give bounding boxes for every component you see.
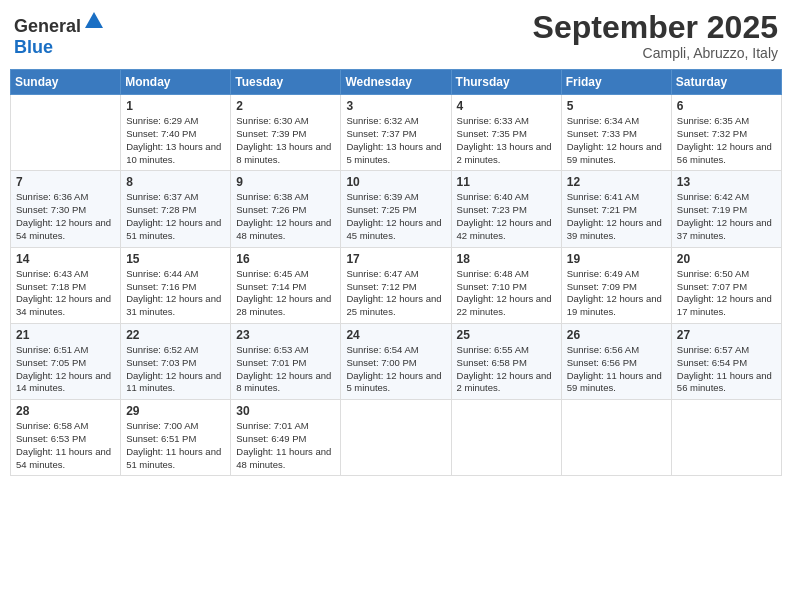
calendar-cell: 30Sunrise: 7:01 AM Sunset: 6:49 PM Dayli… <box>231 400 341 476</box>
calendar-cell: 3Sunrise: 6:32 AM Sunset: 7:37 PM Daylig… <box>341 95 451 171</box>
day-info: Sunrise: 6:51 AM Sunset: 7:05 PM Dayligh… <box>16 344 115 395</box>
calendar-cell: 17Sunrise: 6:47 AM Sunset: 7:12 PM Dayli… <box>341 247 451 323</box>
calendar-cell: 24Sunrise: 6:54 AM Sunset: 7:00 PM Dayli… <box>341 323 451 399</box>
day-info: Sunrise: 6:32 AM Sunset: 7:37 PM Dayligh… <box>346 115 445 166</box>
calendar-cell: 8Sunrise: 6:37 AM Sunset: 7:28 PM Daylig… <box>121 171 231 247</box>
day-info: Sunrise: 6:29 AM Sunset: 7:40 PM Dayligh… <box>126 115 225 166</box>
calendar-cell <box>11 95 121 171</box>
day-number: 13 <box>677 175 776 189</box>
calendar-table: SundayMondayTuesdayWednesdayThursdayFrid… <box>10 69 782 476</box>
calendar-cell <box>561 400 671 476</box>
calendar-week-row: 28Sunrise: 6:58 AM Sunset: 6:53 PM Dayli… <box>11 400 782 476</box>
day-info: Sunrise: 6:37 AM Sunset: 7:28 PM Dayligh… <box>126 191 225 242</box>
page-header: General Blue September 2025 Campli, Abru… <box>10 10 782 61</box>
calendar-cell: 16Sunrise: 6:45 AM Sunset: 7:14 PM Dayli… <box>231 247 341 323</box>
calendar-cell: 4Sunrise: 6:33 AM Sunset: 7:35 PM Daylig… <box>451 95 561 171</box>
day-of-week-header: Wednesday <box>341 70 451 95</box>
day-info: Sunrise: 7:00 AM Sunset: 6:51 PM Dayligh… <box>126 420 225 471</box>
calendar-cell: 25Sunrise: 6:55 AM Sunset: 6:58 PM Dayli… <box>451 323 561 399</box>
day-info: Sunrise: 6:36 AM Sunset: 7:30 PM Dayligh… <box>16 191 115 242</box>
day-info: Sunrise: 6:55 AM Sunset: 6:58 PM Dayligh… <box>457 344 556 395</box>
day-info: Sunrise: 6:30 AM Sunset: 7:39 PM Dayligh… <box>236 115 335 166</box>
day-number: 2 <box>236 99 335 113</box>
day-number: 11 <box>457 175 556 189</box>
location-subtitle: Campli, Abruzzo, Italy <box>533 45 778 61</box>
day-number: 4 <box>457 99 556 113</box>
logo-text: General Blue <box>14 10 105 58</box>
day-number: 17 <box>346 252 445 266</box>
day-info: Sunrise: 6:45 AM Sunset: 7:14 PM Dayligh… <box>236 268 335 319</box>
calendar-cell: 27Sunrise: 6:57 AM Sunset: 6:54 PM Dayli… <box>671 323 781 399</box>
day-number: 16 <box>236 252 335 266</box>
day-number: 24 <box>346 328 445 342</box>
day-number: 27 <box>677 328 776 342</box>
day-number: 18 <box>457 252 556 266</box>
calendar-header-row: SundayMondayTuesdayWednesdayThursdayFrid… <box>11 70 782 95</box>
day-number: 26 <box>567 328 666 342</box>
calendar-cell: 1Sunrise: 6:29 AM Sunset: 7:40 PM Daylig… <box>121 95 231 171</box>
day-of-week-header: Saturday <box>671 70 781 95</box>
day-info: Sunrise: 6:34 AM Sunset: 7:33 PM Dayligh… <box>567 115 666 166</box>
calendar-cell: 13Sunrise: 6:42 AM Sunset: 7:19 PM Dayli… <box>671 171 781 247</box>
day-info: Sunrise: 6:57 AM Sunset: 6:54 PM Dayligh… <box>677 344 776 395</box>
month-title: September 2025 <box>533 10 778 45</box>
day-info: Sunrise: 6:56 AM Sunset: 6:56 PM Dayligh… <box>567 344 666 395</box>
calendar-week-row: 21Sunrise: 6:51 AM Sunset: 7:05 PM Dayli… <box>11 323 782 399</box>
day-info: Sunrise: 6:33 AM Sunset: 7:35 PM Dayligh… <box>457 115 556 166</box>
calendar-cell: 18Sunrise: 6:48 AM Sunset: 7:10 PM Dayli… <box>451 247 561 323</box>
calendar-cell: 20Sunrise: 6:50 AM Sunset: 7:07 PM Dayli… <box>671 247 781 323</box>
day-number: 22 <box>126 328 225 342</box>
calendar-cell <box>341 400 451 476</box>
day-number: 7 <box>16 175 115 189</box>
day-info: Sunrise: 6:35 AM Sunset: 7:32 PM Dayligh… <box>677 115 776 166</box>
calendar-cell: 21Sunrise: 6:51 AM Sunset: 7:05 PM Dayli… <box>11 323 121 399</box>
calendar-cell: 10Sunrise: 6:39 AM Sunset: 7:25 PM Dayli… <box>341 171 451 247</box>
day-info: Sunrise: 6:50 AM Sunset: 7:07 PM Dayligh… <box>677 268 776 319</box>
calendar-cell: 6Sunrise: 6:35 AM Sunset: 7:32 PM Daylig… <box>671 95 781 171</box>
calendar-cell: 15Sunrise: 6:44 AM Sunset: 7:16 PM Dayli… <box>121 247 231 323</box>
day-info: Sunrise: 6:47 AM Sunset: 7:12 PM Dayligh… <box>346 268 445 319</box>
day-info: Sunrise: 6:48 AM Sunset: 7:10 PM Dayligh… <box>457 268 556 319</box>
day-number: 21 <box>16 328 115 342</box>
day-info: Sunrise: 7:01 AM Sunset: 6:49 PM Dayligh… <box>236 420 335 471</box>
calendar-cell: 12Sunrise: 6:41 AM Sunset: 7:21 PM Dayli… <box>561 171 671 247</box>
calendar-cell: 26Sunrise: 6:56 AM Sunset: 6:56 PM Dayli… <box>561 323 671 399</box>
logo: General Blue <box>14 10 105 58</box>
day-of-week-header: Friday <box>561 70 671 95</box>
day-number: 14 <box>16 252 115 266</box>
calendar-cell: 23Sunrise: 6:53 AM Sunset: 7:01 PM Dayli… <box>231 323 341 399</box>
day-number: 30 <box>236 404 335 418</box>
day-number: 3 <box>346 99 445 113</box>
calendar-week-row: 1Sunrise: 6:29 AM Sunset: 7:40 PM Daylig… <box>11 95 782 171</box>
calendar-cell: 2Sunrise: 6:30 AM Sunset: 7:39 PM Daylig… <box>231 95 341 171</box>
day-info: Sunrise: 6:42 AM Sunset: 7:19 PM Dayligh… <box>677 191 776 242</box>
day-number: 19 <box>567 252 666 266</box>
calendar-cell: 19Sunrise: 6:49 AM Sunset: 7:09 PM Dayli… <box>561 247 671 323</box>
day-number: 28 <box>16 404 115 418</box>
day-number: 1 <box>126 99 225 113</box>
calendar-cell <box>451 400 561 476</box>
calendar-cell: 9Sunrise: 6:38 AM Sunset: 7:26 PM Daylig… <box>231 171 341 247</box>
day-info: Sunrise: 6:58 AM Sunset: 6:53 PM Dayligh… <box>16 420 115 471</box>
day-info: Sunrise: 6:43 AM Sunset: 7:18 PM Dayligh… <box>16 268 115 319</box>
day-info: Sunrise: 6:38 AM Sunset: 7:26 PM Dayligh… <box>236 191 335 242</box>
calendar-cell: 22Sunrise: 6:52 AM Sunset: 7:03 PM Dayli… <box>121 323 231 399</box>
day-info: Sunrise: 6:44 AM Sunset: 7:16 PM Dayligh… <box>126 268 225 319</box>
day-info: Sunrise: 6:52 AM Sunset: 7:03 PM Dayligh… <box>126 344 225 395</box>
calendar-week-row: 7Sunrise: 6:36 AM Sunset: 7:30 PM Daylig… <box>11 171 782 247</box>
day-number: 20 <box>677 252 776 266</box>
logo-blue: Blue <box>14 37 53 57</box>
calendar-cell: 28Sunrise: 6:58 AM Sunset: 6:53 PM Dayli… <box>11 400 121 476</box>
day-number: 8 <box>126 175 225 189</box>
calendar-cell: 14Sunrise: 6:43 AM Sunset: 7:18 PM Dayli… <box>11 247 121 323</box>
logo-general: General <box>14 16 81 36</box>
day-info: Sunrise: 6:54 AM Sunset: 7:00 PM Dayligh… <box>346 344 445 395</box>
calendar-cell: 5Sunrise: 6:34 AM Sunset: 7:33 PM Daylig… <box>561 95 671 171</box>
day-of-week-header: Sunday <box>11 70 121 95</box>
title-block: September 2025 Campli, Abruzzo, Italy <box>533 10 778 61</box>
calendar-cell: 7Sunrise: 6:36 AM Sunset: 7:30 PM Daylig… <box>11 171 121 247</box>
day-number: 5 <box>567 99 666 113</box>
day-number: 12 <box>567 175 666 189</box>
day-of-week-header: Tuesday <box>231 70 341 95</box>
day-number: 29 <box>126 404 225 418</box>
